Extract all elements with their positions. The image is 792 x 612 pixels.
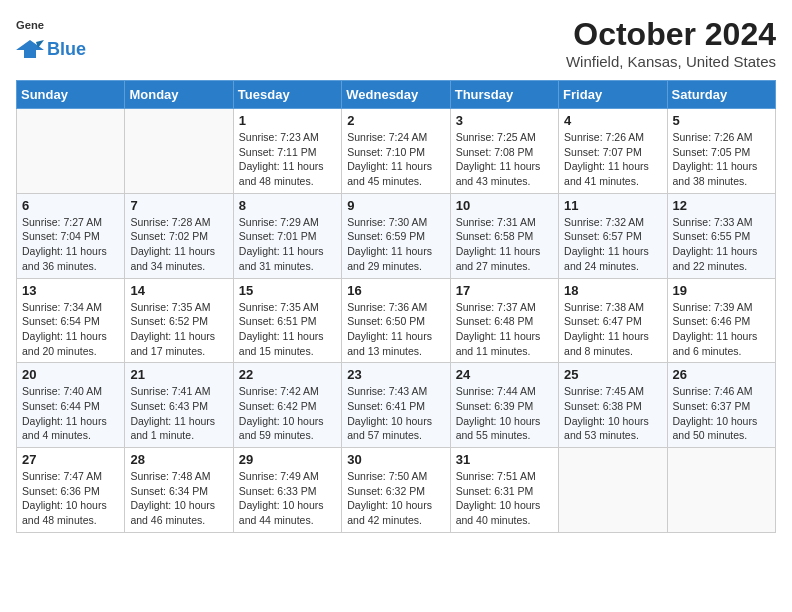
day-number: 17: [456, 283, 553, 298]
day-info: Sunrise: 7:42 AM Sunset: 6:42 PM Dayligh…: [239, 384, 336, 443]
calendar-cell: 18Sunrise: 7:38 AM Sunset: 6:47 PM Dayli…: [559, 278, 667, 363]
day-number: 3: [456, 113, 553, 128]
blue-bird-icon: [16, 38, 44, 60]
calendar-week-row: 6Sunrise: 7:27 AM Sunset: 7:04 PM Daylig…: [17, 193, 776, 278]
weekday-header-friday: Friday: [559, 81, 667, 109]
calendar-cell: 13Sunrise: 7:34 AM Sunset: 6:54 PM Dayli…: [17, 278, 125, 363]
general-blue-icon: General: [16, 16, 44, 38]
day-number: 8: [239, 198, 336, 213]
day-info: Sunrise: 7:24 AM Sunset: 7:10 PM Dayligh…: [347, 130, 444, 189]
day-info: Sunrise: 7:26 AM Sunset: 7:07 PM Dayligh…: [564, 130, 661, 189]
day-number: 1: [239, 113, 336, 128]
location-text: Winfield, Kansas, United States: [566, 53, 776, 70]
day-info: Sunrise: 7:44 AM Sunset: 6:39 PM Dayligh…: [456, 384, 553, 443]
day-number: 7: [130, 198, 227, 213]
logo: General Blue: [16, 16, 86, 60]
title-block: October 2024 Winfield, Kansas, United St…: [566, 16, 776, 70]
day-info: Sunrise: 7:28 AM Sunset: 7:02 PM Dayligh…: [130, 215, 227, 274]
calendar-cell: 20Sunrise: 7:40 AM Sunset: 6:44 PM Dayli…: [17, 363, 125, 448]
day-info: Sunrise: 7:45 AM Sunset: 6:38 PM Dayligh…: [564, 384, 661, 443]
day-number: 11: [564, 198, 661, 213]
calendar-cell: 5Sunrise: 7:26 AM Sunset: 7:05 PM Daylig…: [667, 109, 775, 194]
calendar-cell: [667, 448, 775, 533]
day-info: Sunrise: 7:37 AM Sunset: 6:48 PM Dayligh…: [456, 300, 553, 359]
day-info: Sunrise: 7:36 AM Sunset: 6:50 PM Dayligh…: [347, 300, 444, 359]
calendar-cell: 21Sunrise: 7:41 AM Sunset: 6:43 PM Dayli…: [125, 363, 233, 448]
day-number: 23: [347, 367, 444, 382]
page-header: General Blue October 2024 Winfield, Kans…: [16, 16, 776, 70]
day-info: Sunrise: 7:35 AM Sunset: 6:52 PM Dayligh…: [130, 300, 227, 359]
calendar-cell: 6Sunrise: 7:27 AM Sunset: 7:04 PM Daylig…: [17, 193, 125, 278]
calendar-cell: 25Sunrise: 7:45 AM Sunset: 6:38 PM Dayli…: [559, 363, 667, 448]
calendar-cell: 29Sunrise: 7:49 AM Sunset: 6:33 PM Dayli…: [233, 448, 341, 533]
calendar-cell: 17Sunrise: 7:37 AM Sunset: 6:48 PM Dayli…: [450, 278, 558, 363]
day-info: Sunrise: 7:25 AM Sunset: 7:08 PM Dayligh…: [456, 130, 553, 189]
day-number: 10: [456, 198, 553, 213]
calendar-cell: 30Sunrise: 7:50 AM Sunset: 6:32 PM Dayli…: [342, 448, 450, 533]
calendar-cell: [17, 109, 125, 194]
calendar-cell: 9Sunrise: 7:30 AM Sunset: 6:59 PM Daylig…: [342, 193, 450, 278]
weekday-header-sunday: Sunday: [17, 81, 125, 109]
day-info: Sunrise: 7:23 AM Sunset: 7:11 PM Dayligh…: [239, 130, 336, 189]
day-number: 28: [130, 452, 227, 467]
svg-text:General: General: [16, 19, 44, 31]
day-number: 27: [22, 452, 119, 467]
calendar-cell: 7Sunrise: 7:28 AM Sunset: 7:02 PM Daylig…: [125, 193, 233, 278]
day-number: 22: [239, 367, 336, 382]
day-number: 18: [564, 283, 661, 298]
calendar-cell: 12Sunrise: 7:33 AM Sunset: 6:55 PM Dayli…: [667, 193, 775, 278]
day-info: Sunrise: 7:43 AM Sunset: 6:41 PM Dayligh…: [347, 384, 444, 443]
day-number: 14: [130, 283, 227, 298]
day-number: 15: [239, 283, 336, 298]
day-info: Sunrise: 7:31 AM Sunset: 6:58 PM Dayligh…: [456, 215, 553, 274]
calendar-cell: [559, 448, 667, 533]
calendar-cell: 11Sunrise: 7:32 AM Sunset: 6:57 PM Dayli…: [559, 193, 667, 278]
day-number: 2: [347, 113, 444, 128]
calendar-week-row: 13Sunrise: 7:34 AM Sunset: 6:54 PM Dayli…: [17, 278, 776, 363]
day-number: 25: [564, 367, 661, 382]
day-info: Sunrise: 7:41 AM Sunset: 6:43 PM Dayligh…: [130, 384, 227, 443]
calendar-cell: 15Sunrise: 7:35 AM Sunset: 6:51 PM Dayli…: [233, 278, 341, 363]
weekday-header-monday: Monday: [125, 81, 233, 109]
calendar-cell: 14Sunrise: 7:35 AM Sunset: 6:52 PM Dayli…: [125, 278, 233, 363]
day-info: Sunrise: 7:30 AM Sunset: 6:59 PM Dayligh…: [347, 215, 444, 274]
calendar-cell: 23Sunrise: 7:43 AM Sunset: 6:41 PM Dayli…: [342, 363, 450, 448]
day-number: 12: [673, 198, 770, 213]
calendar-cell: 2Sunrise: 7:24 AM Sunset: 7:10 PM Daylig…: [342, 109, 450, 194]
day-number: 9: [347, 198, 444, 213]
day-info: Sunrise: 7:27 AM Sunset: 7:04 PM Dayligh…: [22, 215, 119, 274]
day-info: Sunrise: 7:46 AM Sunset: 6:37 PM Dayligh…: [673, 384, 770, 443]
calendar-week-row: 20Sunrise: 7:40 AM Sunset: 6:44 PM Dayli…: [17, 363, 776, 448]
logo-blue-text: Blue: [47, 39, 86, 60]
calendar-cell: 27Sunrise: 7:47 AM Sunset: 6:36 PM Dayli…: [17, 448, 125, 533]
calendar-cell: 16Sunrise: 7:36 AM Sunset: 6:50 PM Dayli…: [342, 278, 450, 363]
day-info: Sunrise: 7:48 AM Sunset: 6:34 PM Dayligh…: [130, 469, 227, 528]
calendar-cell: 3Sunrise: 7:25 AM Sunset: 7:08 PM Daylig…: [450, 109, 558, 194]
day-info: Sunrise: 7:34 AM Sunset: 6:54 PM Dayligh…: [22, 300, 119, 359]
weekday-header-row: SundayMondayTuesdayWednesdayThursdayFrid…: [17, 81, 776, 109]
day-number: 6: [22, 198, 119, 213]
day-info: Sunrise: 7:39 AM Sunset: 6:46 PM Dayligh…: [673, 300, 770, 359]
day-info: Sunrise: 7:47 AM Sunset: 6:36 PM Dayligh…: [22, 469, 119, 528]
day-number: 13: [22, 283, 119, 298]
day-info: Sunrise: 7:33 AM Sunset: 6:55 PM Dayligh…: [673, 215, 770, 274]
calendar-cell: [125, 109, 233, 194]
calendar-cell: 10Sunrise: 7:31 AM Sunset: 6:58 PM Dayli…: [450, 193, 558, 278]
calendar-cell: 8Sunrise: 7:29 AM Sunset: 7:01 PM Daylig…: [233, 193, 341, 278]
day-info: Sunrise: 7:29 AM Sunset: 7:01 PM Dayligh…: [239, 215, 336, 274]
day-info: Sunrise: 7:35 AM Sunset: 6:51 PM Dayligh…: [239, 300, 336, 359]
day-info: Sunrise: 7:50 AM Sunset: 6:32 PM Dayligh…: [347, 469, 444, 528]
calendar-cell: 19Sunrise: 7:39 AM Sunset: 6:46 PM Dayli…: [667, 278, 775, 363]
day-info: Sunrise: 7:38 AM Sunset: 6:47 PM Dayligh…: [564, 300, 661, 359]
calendar-week-row: 27Sunrise: 7:47 AM Sunset: 6:36 PM Dayli…: [17, 448, 776, 533]
weekday-header-thursday: Thursday: [450, 81, 558, 109]
calendar-cell: 4Sunrise: 7:26 AM Sunset: 7:07 PM Daylig…: [559, 109, 667, 194]
day-number: 31: [456, 452, 553, 467]
weekday-header-saturday: Saturday: [667, 81, 775, 109]
calendar-week-row: 1Sunrise: 7:23 AM Sunset: 7:11 PM Daylig…: [17, 109, 776, 194]
calendar-cell: 22Sunrise: 7:42 AM Sunset: 6:42 PM Dayli…: [233, 363, 341, 448]
day-info: Sunrise: 7:51 AM Sunset: 6:31 PM Dayligh…: [456, 469, 553, 528]
day-number: 21: [130, 367, 227, 382]
day-number: 16: [347, 283, 444, 298]
day-info: Sunrise: 7:40 AM Sunset: 6:44 PM Dayligh…: [22, 384, 119, 443]
